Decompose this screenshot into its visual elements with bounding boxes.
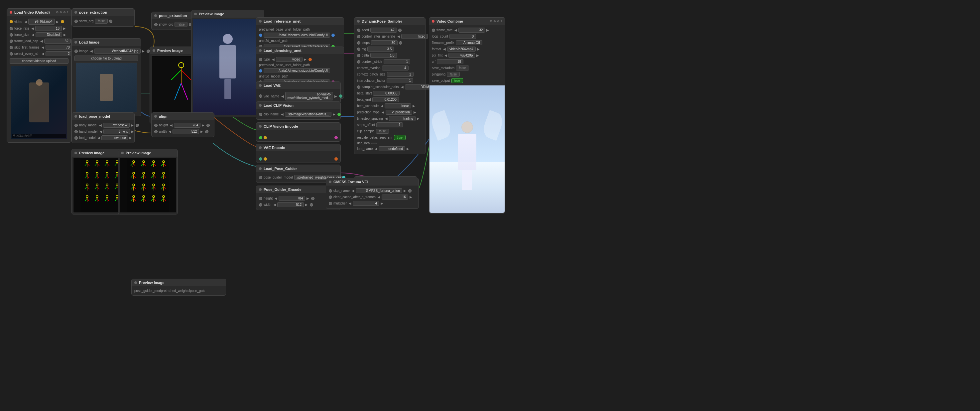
align-w-prev[interactable]: ◀ (168, 130, 172, 133)
svg-line-85 (163, 162, 164, 167)
type-row: type ◀ video ▶ (259, 56, 341, 62)
video-next-btn[interactable]: ▶ (56, 20, 59, 24)
pred-next[interactable]: ▶ (413, 110, 417, 114)
align-w-value: 512 (173, 129, 199, 134)
clip-sample-value[interactable]: false (376, 129, 389, 134)
vc-icons: ⚙ ⊕ ⊖ ? (490, 20, 503, 23)
pred-prev[interactable]: ◀ (381, 110, 385, 114)
clip-next[interactable]: ▶ (332, 112, 336, 116)
ckpt-prev[interactable]: ◀ (351, 189, 355, 193)
port-ckpt-right (408, 189, 412, 193)
video-value-row[interactable]: ◀ 9月6日.mp4 ▶ (24, 19, 59, 25)
align-h-prev[interactable]: ◀ (169, 123, 173, 127)
lora-prev[interactable]: ◀ (374, 147, 378, 151)
ts-next[interactable]: ▶ (416, 117, 420, 120)
gmfss-fortuna-vfi-node: GMFSS Fortuna VFI ckpt_name ◀ GMFSS_fort… (326, 178, 419, 209)
preview-image-top2-header: Preview Image (191, 10, 264, 18)
preview-image-top2-title: Preview Image (199, 12, 224, 16)
align-h-next[interactable]: ▶ (201, 123, 205, 127)
port-pge-width-left (259, 203, 262, 207)
select-prev[interactable]: ◀ (41, 52, 45, 56)
show-org-toggle[interactable]: false (95, 19, 108, 24)
pge-height-prev[interactable]: ◀ (274, 196, 278, 200)
choose-video-btn[interactable]: choose video to upload (10, 58, 68, 64)
force-size-prev[interactable]: ◀ (31, 33, 35, 37)
pge-width-value: 512 (277, 202, 304, 207)
clip-prev[interactable]: ◀ (280, 112, 284, 116)
video-prev-btn[interactable]: ◀ (24, 20, 28, 24)
save-output-value[interactable]: true (452, 78, 463, 83)
ckpt-next[interactable]: ▶ (403, 189, 407, 193)
load-clip-vision-header: Load CLIP Vision (256, 102, 340, 109)
force-size-next[interactable]: ▶ (63, 33, 67, 37)
vae-next[interactable]: ▶ (334, 94, 338, 98)
hand-prev[interactable]: ◀ (99, 130, 103, 133)
node-dot (75, 41, 77, 43)
force-rate-prev[interactable]: ◀ (30, 27, 35, 30)
gmfss-title: GMFSS Fortuna VFI (333, 180, 368, 184)
rescale-value[interactable]: true (394, 135, 406, 140)
cfg-value: 3.5 (368, 46, 394, 51)
port-steps-right (399, 41, 402, 45)
port-video-right (61, 20, 64, 23)
load-clip-vision-body: clip_name ◀ sd-image-variations-diffus..… (256, 109, 340, 119)
image-prev-btn[interactable]: ◀ (89, 49, 94, 53)
port-cfg-left (357, 48, 360, 51)
svg-line-89 (133, 174, 134, 179)
sampler-prev[interactable]: ◀ (400, 85, 404, 89)
save-meta-value[interactable]: false (456, 65, 469, 70)
unet3d-row: unet3d_model_path (259, 74, 341, 79)
align-h-value: 784 (174, 123, 200, 128)
force-rate-next[interactable]: ▶ (62, 27, 67, 30)
pf-prev[interactable]: ◀ (444, 54, 448, 57)
align-body: height ◀ 784 ▶ width ◀ 512 ▶ (151, 120, 214, 137)
fmt-next[interactable]: ▶ (476, 47, 480, 51)
pge-width-next[interactable]: ▶ (304, 203, 309, 207)
pose-extraction-1-body: show_org false (72, 16, 134, 26)
ctrl-prev[interactable]: ◀ (396, 35, 401, 38)
foot-prev[interactable]: ◀ (97, 136, 101, 140)
timestep-spacing-row: timestep_spacing ◀ trailing ▶ (357, 115, 423, 122)
node-dot (357, 20, 360, 22)
mult-next[interactable]: ▶ (380, 202, 384, 205)
beta-sch-prev[interactable]: ◀ (380, 104, 384, 108)
preview-image-pose-header: Preview Image (132, 279, 226, 286)
preview-image-br-node: Preview Image (118, 149, 178, 215)
load-vae-header: Load VAE (256, 82, 340, 89)
choose-file-btn[interactable]: choose file to upload (75, 56, 138, 61)
vae-prev[interactable]: ◀ (280, 94, 285, 98)
type-next[interactable]: ▶ (303, 57, 307, 61)
pge-width-prev[interactable]: ◀ (273, 203, 277, 207)
beta-sch-next[interactable]: ▶ (412, 104, 416, 108)
cache-next[interactable]: ▶ (409, 195, 413, 199)
output-image-area (429, 85, 505, 213)
pingpong-value[interactable]: false (447, 72, 460, 77)
lora-next[interactable]: ▶ (406, 147, 410, 151)
cache-prev[interactable]: ◀ (377, 195, 381, 199)
body-value: rtmpose-x (103, 123, 130, 128)
frame-cap-prev[interactable]: ◀ (40, 39, 43, 43)
fmt-prev[interactable]: ◀ (442, 47, 447, 51)
sampler-pairs-row: sampler_scheduler_pairs ◀ DDIM ▶ (357, 84, 423, 90)
fr-prev[interactable]: ◀ (454, 28, 458, 32)
load-image-preview (76, 62, 137, 112)
skip-prev[interactable]: ◀ (41, 46, 45, 49)
ts-prev[interactable]: ◀ (384, 117, 388, 120)
pf-next[interactable]: ▶ (476, 54, 480, 57)
image-next-btn[interactable]: ▶ (141, 49, 145, 53)
body-prev[interactable]: ◀ (99, 123, 102, 127)
show-org-toggle2[interactable]: false (175, 22, 188, 27)
video-row: video ◀ 9月6日.mp4 ▶ (10, 18, 68, 25)
fr-next[interactable]: ▶ (486, 28, 490, 32)
port-cve-left1 (259, 136, 262, 139)
hand-next[interactable]: ▶ (130, 130, 135, 133)
body-next[interactable]: ▶ (130, 123, 134, 127)
node-dot (154, 14, 157, 17)
port-delta-left (357, 54, 360, 57)
align-w-next[interactable]: ▶ (200, 130, 204, 133)
pge-height-next[interactable]: ▶ (306, 196, 310, 200)
load-vae-title: Load VAE (264, 83, 280, 88)
foot-next[interactable]: ▶ (129, 136, 133, 140)
type-prev[interactable]: ◀ (271, 57, 275, 61)
mult-prev[interactable]: ◀ (348, 202, 352, 205)
